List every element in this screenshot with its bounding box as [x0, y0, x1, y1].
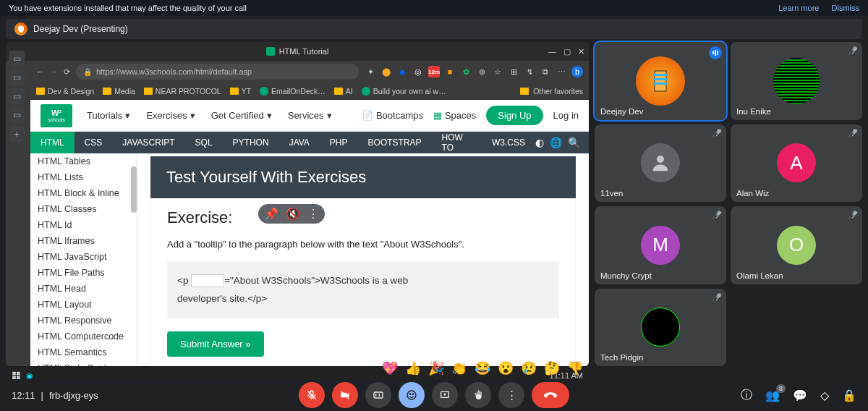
- signup-button[interactable]: Sign Up: [486, 106, 542, 125]
- ext-icon[interactable]: ☆: [492, 66, 503, 77]
- lang-tab[interactable]: SQL: [185, 132, 223, 153]
- edge-tab-button[interactable]: ▭: [9, 69, 25, 85]
- sidebar-item[interactable]: HTML Style Guide: [30, 360, 137, 366]
- reactions-button[interactable]: [399, 382, 425, 408]
- minimize-icon[interactable]: —: [548, 47, 556, 56]
- sidebar-item[interactable]: HTML Head: [30, 281, 137, 297]
- other-favorites[interactable]: Other favorites: [533, 87, 583, 96]
- back-icon[interactable]: ←: [36, 67, 44, 77]
- lang-tab[interactable]: CSS: [75, 132, 113, 153]
- participant-tile[interactable]: 🎤̸ Tech Pidgin: [595, 289, 726, 367]
- sidebar-item[interactable]: HTML Responsive: [30, 313, 137, 329]
- lang-tab[interactable]: JAVASCRIPT: [112, 132, 184, 153]
- ext-icon[interactable]: ✦: [365, 66, 376, 77]
- bookmark-folder[interactable]: Dev & Design: [36, 87, 94, 96]
- nav-tutorials[interactable]: Tutorials ▾: [87, 110, 130, 121]
- reaction-thumbs-up[interactable]: 👍: [405, 360, 421, 376]
- ext-icon[interactable]: ⋯: [556, 66, 567, 77]
- reaction-wow[interactable]: 😮: [498, 360, 514, 376]
- reaction-heart[interactable]: 💖: [382, 360, 398, 376]
- bookmark-folder[interactable]: Media: [103, 87, 135, 96]
- forward-icon[interactable]: →: [50, 67, 58, 77]
- code-blank-input[interactable]: [191, 274, 224, 287]
- sidebar-scrollbar[interactable]: [131, 166, 137, 213]
- ext-icon[interactable]: ⬤: [380, 66, 392, 77]
- participant-tile[interactable]: 🎤̸ 11ven: [595, 124, 726, 203]
- submit-answer-button[interactable]: Submit Answer »: [167, 331, 264, 357]
- participant-tile[interactable]: 🎤̸ A Alan Wiz: [731, 124, 862, 203]
- sidebar-item[interactable]: HTML Layout: [30, 297, 137, 313]
- chat-icon[interactable]: 💬: [793, 389, 807, 402]
- bookmark-folder[interactable]: NEAR PROTOCOL: [144, 87, 221, 96]
- edge-tab-button[interactable]: ▭: [9, 107, 25, 123]
- bookmark[interactable]: EmailOnDeck…: [260, 87, 326, 96]
- lang-tab[interactable]: JAVA: [279, 132, 320, 153]
- reaction-tada[interactable]: 🎉: [428, 360, 444, 376]
- ext-icon[interactable]: ✿: [460, 66, 472, 77]
- participant-tile[interactable]: 🎤̸ M Munchy Crypt: [595, 206, 726, 284]
- raise-hand-button[interactable]: [465, 382, 491, 408]
- lang-tab[interactable]: PYTHON: [223, 132, 279, 153]
- sidebar-item[interactable]: HTML JavaScript: [30, 249, 137, 265]
- ext-icon[interactable]: ◆: [396, 66, 408, 77]
- nav-certified[interactable]: Get Certified ▾: [211, 110, 272, 121]
- refresh-icon[interactable]: ⟳: [64, 67, 70, 77]
- bookmark-folder[interactable]: AI: [334, 87, 353, 96]
- ext-icon[interactable]: 12m: [428, 66, 440, 77]
- bing-icon[interactable]: b: [571, 66, 583, 77]
- url-bar[interactable]: 🔒 https://www.w3schools.com/html/default…: [76, 64, 359, 80]
- edge-tab-button[interactable]: ▭: [9, 51, 25, 67]
- more-options-button[interactable]: ⋮: [498, 382, 524, 408]
- reaction-clap[interactable]: 👏: [451, 360, 467, 376]
- dismiss-link[interactable]: Dismiss: [832, 4, 860, 12]
- sidebar-item[interactable]: HTML Id: [30, 217, 137, 233]
- sidebar-item[interactable]: HTML Tables: [30, 153, 137, 169]
- info-icon[interactable]: ⓘ: [741, 388, 752, 403]
- participant-tile[interactable]: 🎤̸ O Olami Lekan: [731, 206, 862, 284]
- login-button[interactable]: Log in: [553, 110, 579, 121]
- end-call-button[interactable]: [532, 382, 569, 408]
- sidebar-item[interactable]: HTML File Paths: [30, 265, 137, 281]
- sidebar-item[interactable]: HTML Block & Inline: [30, 185, 137, 201]
- ext-icon[interactable]: ⊕: [476, 66, 488, 77]
- sidebar-item[interactable]: HTML Lists: [30, 169, 137, 185]
- sidebar-item[interactable]: HTML Semantics: [30, 344, 137, 360]
- ext-icon[interactable]: ⧉: [540, 66, 551, 77]
- bookmark-folder[interactable]: YT: [230, 87, 251, 96]
- w3schools-logo[interactable]: W³schools: [41, 104, 72, 127]
- globe-icon[interactable]: 🌐: [550, 137, 562, 148]
- nav-exercises[interactable]: Exercises ▾: [146, 110, 195, 121]
- reaction-laugh[interactable]: 😂: [475, 360, 490, 376]
- participant-tile[interactable]: Deejay Dev: [595, 42, 726, 120]
- sound-muted-icon[interactable]: 🔇: [286, 207, 300, 221]
- sidebar-item[interactable]: HTML Classes: [30, 201, 137, 217]
- nav-bootcamps[interactable]: 📄 Bootcamps: [362, 110, 423, 121]
- reaction-think[interactable]: 🤔: [544, 360, 560, 376]
- activities-icon[interactable]: ◇: [820, 389, 829, 402]
- reaction-thumbs-down[interactable]: 👎: [567, 360, 583, 376]
- ext-icon[interactable]: ■: [444, 66, 456, 77]
- reaction-sad[interactable]: 😢: [521, 360, 537, 376]
- participant-tile[interactable]: 🎤̸ Inu Enike: [731, 42, 862, 120]
- more-icon[interactable]: ⋮: [307, 207, 319, 221]
- people-icon[interactable]: 👥8: [765, 389, 780, 402]
- ext-icon[interactable]: ⊞: [508, 66, 519, 77]
- w3-sidebar[interactable]: HTML Tables HTML Lists HTML Block & Inli…: [30, 153, 137, 366]
- ext-icon[interactable]: ↯: [524, 66, 535, 77]
- sidebar-item[interactable]: HTML Iframes: [30, 233, 137, 249]
- close-icon[interactable]: ✕: [578, 47, 584, 56]
- edge-tab-button[interactable]: ▭: [9, 88, 25, 104]
- lang-tab[interactable]: BOOTSTRAP: [358, 132, 432, 153]
- sidebar-item[interactable]: HTML Computercode: [30, 329, 137, 344]
- present-button[interactable]: [432, 382, 458, 408]
- nav-spaces[interactable]: ▦ Spaces: [433, 110, 476, 121]
- nav-services[interactable]: Services ▾: [288, 110, 332, 121]
- ext-icon[interactable]: ◎: [412, 66, 424, 77]
- learn-more-link[interactable]: Learn more: [778, 4, 819, 12]
- lang-tab-html[interactable]: HTML: [30, 132, 75, 153]
- bookmark[interactable]: Build your own ai w…: [362, 87, 446, 96]
- mic-button[interactable]: [299, 382, 325, 408]
- search-icon[interactable]: 🔍: [568, 137, 580, 148]
- captions-button[interactable]: [365, 382, 391, 408]
- pin-muted-icon[interactable]: 📌: [264, 207, 278, 221]
